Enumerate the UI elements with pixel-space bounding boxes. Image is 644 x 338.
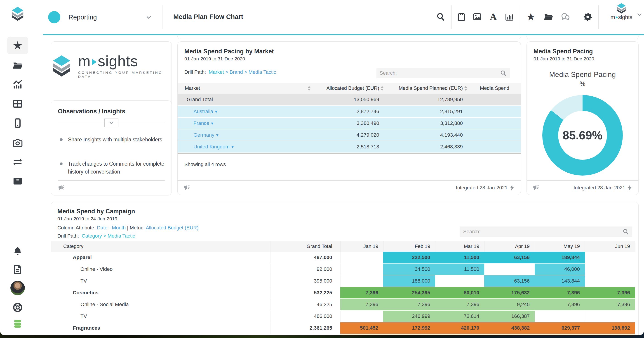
column-header[interactable]: Allocated Budget (EUR) bbox=[326, 85, 379, 91]
column-header[interactable]: Jun 19 bbox=[585, 241, 635, 252]
star-icon: ★ bbox=[526, 12, 535, 22]
divider bbox=[452, 6, 452, 29]
sidebar-item-folders[interactable] bbox=[7, 57, 28, 74]
table-search bbox=[376, 68, 510, 78]
heat-cell: 11,500 bbox=[435, 264, 484, 275]
settings-button[interactable] bbox=[581, 10, 594, 24]
database-icon bbox=[12, 318, 23, 329]
column-attribute-link[interactable]: Date - Month bbox=[97, 225, 126, 231]
heat-cell: 166,387 bbox=[484, 311, 535, 322]
heat-cell: 63,156 bbox=[484, 252, 535, 263]
heat-cell: 63,156 bbox=[484, 275, 535, 287]
star-icon: ★ bbox=[13, 40, 23, 51]
divider bbox=[162, 6, 162, 29]
column-header[interactable]: Jan 19 bbox=[340, 241, 383, 252]
table-header-row: Market Allocated Budget (EUR) Media Spen… bbox=[178, 83, 521, 94]
sidebar-item-data-sources[interactable] bbox=[7, 315, 28, 332]
brand-wordmark: msights bbox=[78, 53, 172, 70]
donut-chart[interactable]: 85.69% bbox=[542, 95, 623, 176]
camera-icon bbox=[12, 137, 23, 148]
column-header[interactable]: Grand Total bbox=[270, 241, 340, 252]
sidebar-item-transfers[interactable] bbox=[7, 153, 28, 171]
table-search bbox=[460, 227, 632, 237]
table-row-apparel: Apparel 487,000 222,500 11,500 63,156 18… bbox=[51, 252, 635, 263]
search-input[interactable] bbox=[463, 229, 622, 235]
date-range: 01-Jan-2019 to 31-Dec-2020 bbox=[184, 56, 520, 62]
column-header[interactable]: Apr 19 bbox=[484, 241, 535, 252]
chevron-down-icon[interactable] bbox=[145, 14, 152, 22]
column-header[interactable]: Mar 19 bbox=[435, 241, 484, 252]
font-button[interactable]: A bbox=[486, 10, 500, 24]
metric-link[interactable]: Allocated Budget (EUR) bbox=[146, 225, 198, 231]
sidebar-item-help[interactable] bbox=[7, 299, 28, 316]
drill-link-media-tactic[interactable]: Media Tactic bbox=[108, 233, 135, 239]
sidebar-item-snapshots[interactable] bbox=[7, 134, 28, 151]
sort-icon[interactable] bbox=[308, 86, 311, 91]
comments-button[interactable] bbox=[558, 10, 572, 24]
image-icon bbox=[472, 12, 482, 22]
market-link-united-kingdom[interactable]: United Kingdom bbox=[194, 144, 234, 149]
market-link-france[interactable]: France bbox=[194, 120, 213, 126]
collapse-button[interactable] bbox=[104, 118, 118, 127]
sidebar-item-favorites[interactable]: ★ bbox=[7, 37, 28, 54]
sort-icon[interactable] bbox=[464, 86, 467, 91]
sidebar-item-documents[interactable] bbox=[7, 261, 28, 278]
integrated-timestamp: Integrated 28-Jan-2021 bbox=[456, 185, 508, 191]
document-icon bbox=[12, 264, 23, 275]
heat-cell: 438,382 bbox=[484, 322, 535, 334]
column-header[interactable]: Market bbox=[185, 85, 200, 91]
megaphone-icon[interactable] bbox=[58, 185, 65, 191]
folder-button[interactable] bbox=[542, 10, 555, 24]
search-button[interactable] bbox=[434, 10, 448, 24]
drill-link-market[interactable]: Market bbox=[209, 69, 224, 75]
column-header[interactable]: Media Spend Planned (EUR) bbox=[398, 85, 463, 91]
search-input[interactable] bbox=[380, 70, 500, 76]
table-row-online-video: Online - Video 92,000 34,500 11,500 46,0… bbox=[51, 264, 635, 275]
sidebar-item-tables[interactable] bbox=[7, 95, 28, 113]
drill-link-category[interactable]: Category bbox=[82, 233, 102, 239]
sidebar: ★ bbox=[0, 0, 35, 335]
search-icon[interactable] bbox=[622, 228, 629, 235]
column-header[interactable]: Media Spend bbox=[480, 85, 509, 91]
drill-link-brand[interactable]: Brand bbox=[230, 69, 243, 75]
image-button[interactable] bbox=[470, 10, 484, 24]
section-status-dot bbox=[48, 11, 60, 23]
integrated-timestamp: Integrated 28-Jan-2021 bbox=[574, 185, 625, 191]
sidebar-item-analytics[interactable] bbox=[7, 76, 28, 93]
account-menu[interactable]: msights bbox=[604, 3, 638, 20]
search-icon[interactable] bbox=[500, 70, 506, 76]
heat-cell: 7,396 bbox=[340, 287, 383, 298]
sidebar-item-profile[interactable] bbox=[7, 279, 28, 297]
heat-cell: 9,245 bbox=[484, 299, 535, 310]
divider bbox=[178, 153, 521, 154]
calendar-button[interactable] bbox=[455, 10, 468, 24]
column-header[interactable]: Feb 19 bbox=[383, 241, 435, 252]
drill-link-media-tactic[interactable]: Media Tactic bbox=[248, 69, 276, 75]
sidebar-item-mobile[interactable] bbox=[7, 114, 28, 132]
column-header[interactable]: May 19 bbox=[535, 241, 585, 252]
divider bbox=[519, 6, 519, 29]
market-link-germany[interactable]: Germany bbox=[194, 132, 218, 138]
sidebar-item-notifications[interactable] bbox=[7, 243, 28, 260]
column-header[interactable]: Category bbox=[51, 243, 270, 249]
bolt-icon bbox=[509, 185, 515, 191]
table-row: Germany 4,279,020 4,193,440 bbox=[178, 129, 521, 141]
megaphone-icon[interactable] bbox=[532, 185, 540, 191]
card-fragment bbox=[526, 36, 638, 39]
topbar: Reporting Media Plan Flow Chart A ★ msig… bbox=[35, 0, 644, 34]
divider bbox=[58, 180, 165, 181]
sort-icon[interactable] bbox=[380, 86, 384, 91]
market-link-australia[interactable]: Australia bbox=[194, 109, 218, 114]
campaign-table: Category Grand Total Jan 19 Feb 19 Mar 1… bbox=[51, 241, 638, 335]
section-selector[interactable]: Reporting bbox=[68, 14, 97, 21]
sidebar-item-archive[interactable] bbox=[7, 173, 28, 190]
mobile-icon bbox=[12, 118, 23, 128]
bullet-icon bbox=[60, 138, 62, 141]
favorite-button[interactable]: ★ bbox=[524, 10, 538, 24]
brand-logo-icon[interactable] bbox=[7, 5, 28, 23]
chevron-down-icon[interactable] bbox=[636, 11, 643, 19]
divider bbox=[598, 6, 598, 29]
chart-button[interactable] bbox=[502, 10, 516, 24]
table-row-online-social-media: Online - Social Media 46,225 7,396 7,396… bbox=[51, 299, 635, 310]
megaphone-icon[interactable] bbox=[184, 185, 191, 191]
